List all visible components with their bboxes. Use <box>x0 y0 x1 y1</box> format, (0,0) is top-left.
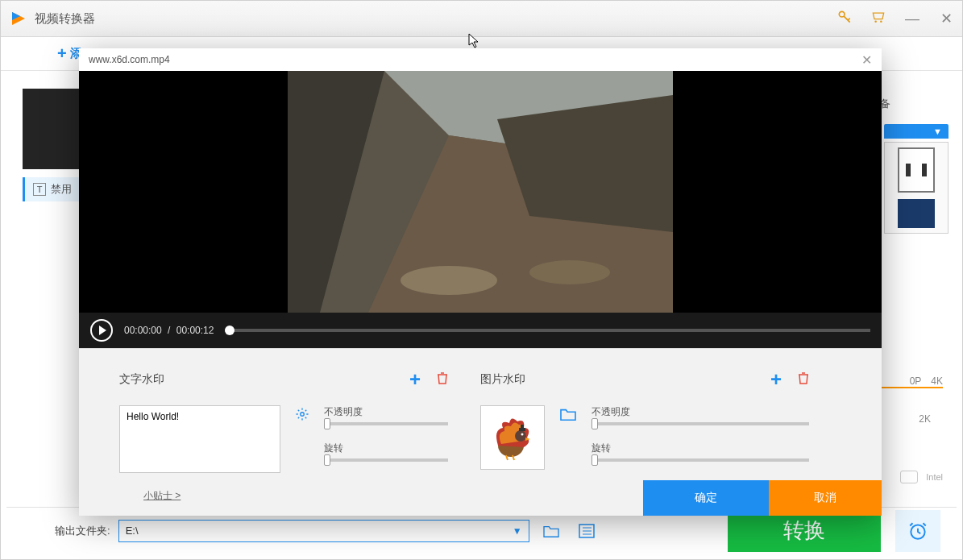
res-0p: 0P <box>910 375 922 387</box>
dialog-filename: www.x6d.com.mp4 <box>89 54 170 65</box>
time-display: 00:00:00 / 00:00:12 <box>124 325 214 336</box>
svg-rect-22 <box>521 425 524 429</box>
delete-img-wm-button[interactable] <box>798 371 809 388</box>
svg-point-15 <box>401 266 497 295</box>
svg-point-19 <box>515 430 526 442</box>
intel-label: Intel <box>926 472 943 482</box>
img-wm-title: 图片水印 <box>480 372 525 387</box>
img-rotate-slider[interactable] <box>591 458 809 462</box>
output-folder-select[interactable]: E:\ ▼ <box>118 520 529 542</box>
watermark-panel: 文字水印 + 不透明度 旋转 <box>79 348 882 516</box>
text-icon: T <box>33 183 46 196</box>
res-4k: 4K <box>931 375 943 387</box>
format-preview-box <box>884 142 948 234</box>
dialog-title-bar: www.x6d.com.mp4 ✕ <box>79 48 882 71</box>
slider-thumb[interactable] <box>591 418 598 429</box>
app-title: 视频转换器 <box>35 11 836 27</box>
svg-point-0 <box>839 11 845 17</box>
svg-rect-3 <box>906 164 911 176</box>
img-opacity-label: 不透明度 <box>591 405 809 419</box>
text-wm-title: 文字水印 <box>119 372 164 387</box>
minimize-button[interactable]: — <box>904 10 920 27</box>
cart-icon[interactable] <box>870 9 886 28</box>
svg-point-16 <box>529 260 610 284</box>
text-opacity-slider[interactable] <box>324 422 448 425</box>
chevron-down-icon: ▼ <box>933 127 942 136</box>
disable-tab[interactable]: T 禁用 <box>23 177 80 201</box>
delete-text-wm-button[interactable] <box>437 371 448 388</box>
browse-img-button[interactable] <box>559 407 577 470</box>
ok-button[interactable]: 确定 <box>643 480 769 516</box>
slider-thumb[interactable] <box>591 454 598 466</box>
tips-link[interactable]: 小贴士 > <box>143 489 181 503</box>
svg-point-17 <box>301 413 305 417</box>
play-button[interactable] <box>90 319 113 342</box>
key-icon[interactable] <box>836 9 853 28</box>
close-window-button[interactable]: ✕ <box>938 10 954 27</box>
turkey-icon <box>488 413 537 462</box>
cancel-button[interactable]: 取消 <box>769 480 882 516</box>
format-preview-2[interactable] <box>898 199 935 228</box>
output-path: E:\ <box>126 525 139 537</box>
resolution-bar[interactable] <box>878 387 943 388</box>
format-dropdown[interactable]: ▼ <box>884 124 948 139</box>
seek-bar[interactable] <box>225 329 870 332</box>
svg-point-1 <box>874 21 877 23</box>
text-wm-settings-button[interactable] <box>295 407 309 473</box>
res-2k: 2K <box>919 413 931 425</box>
slider-thumb[interactable] <box>324 454 330 466</box>
title-bar: 视频转换器 — ✕ <box>1 1 962 37</box>
right-panel: ▼ <box>884 89 948 234</box>
plus-icon: + <box>57 44 67 63</box>
video-controls: 00:00:00 / 00:00:12 <box>79 313 882 348</box>
img-opacity-slider[interactable] <box>591 422 809 425</box>
watermark-dialog: www.x6d.com.mp4 ✕ 央视 新闻 00:00:00 / 00 <box>79 48 882 516</box>
img-wm-preview[interactable] <box>480 405 545 470</box>
app-logo-icon <box>9 9 28 28</box>
svg-point-2 <box>880 21 882 23</box>
list-button[interactable] <box>573 520 600 542</box>
img-rotate-label: 旋转 <box>591 442 809 455</box>
intel-row: Intel <box>900 471 943 483</box>
dialog-close-button[interactable]: ✕ <box>861 52 872 68</box>
add-text-wm-button[interactable]: + <box>409 368 421 391</box>
video-frame[interactable]: 央视 新闻 <box>288 71 673 313</box>
play-icon <box>99 326 106 335</box>
text-opacity-label: 不透明度 <box>324 405 448 419</box>
disable-label: 禁用 <box>51 182 72 197</box>
text-wm-input[interactable] <box>119 405 280 473</box>
seek-thumb[interactable] <box>225 326 235 335</box>
video-thumbnail[interactable] <box>23 89 79 169</box>
add-img-wm-button[interactable]: + <box>770 368 782 391</box>
video-preview-area: 央视 新闻 <box>79 71 882 313</box>
resolution-row: 0P 4K <box>910 375 943 387</box>
dialog-buttons: 确定 取消 <box>643 480 882 516</box>
chevron-down-icon: ▼ <box>513 525 522 537</box>
svg-point-20 <box>521 433 524 436</box>
format-preview-1[interactable] <box>898 147 935 193</box>
output-folder-label: 输出文件夹: <box>55 524 110 538</box>
schedule-button[interactable] <box>895 510 940 552</box>
intel-chip-icon <box>900 471 918 483</box>
svg-rect-4 <box>922 164 927 176</box>
text-rotate-slider[interactable] <box>324 458 448 462</box>
slider-thumb[interactable] <box>324 418 330 429</box>
text-rotate-label: 旋转 <box>324 442 448 455</box>
convert-button[interactable]: 转换 <box>728 510 881 552</box>
open-folder-button[interactable] <box>538 520 565 542</box>
